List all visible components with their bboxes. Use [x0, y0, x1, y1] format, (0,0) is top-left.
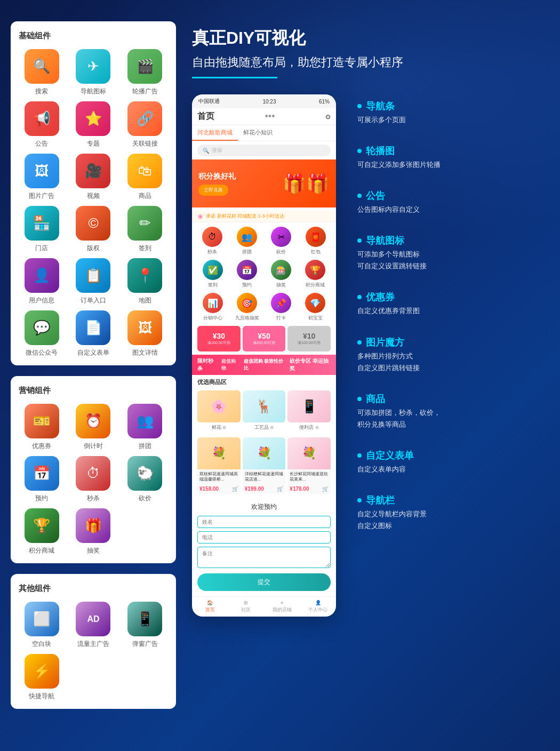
component-popup-ad[interactable]: 📱 弹窗广告 — [122, 602, 168, 649]
component-img-ad[interactable]: 🖼 图片广告 — [19, 154, 65, 201]
flash-icon-label: 秒杀 — [207, 249, 217, 255]
points-mall-label: 积分商城 — [29, 546, 54, 555]
component-imgtext[interactable]: 🖼 图文详情 — [122, 310, 168, 357]
icon-group2[interactable]: 👥 拼团 — [232, 227, 262, 255]
icon-lottery[interactable]: 🎰 抽奖 — [266, 260, 297, 289]
magic-2[interactable]: 📱 便利店 ⊙ — [287, 390, 331, 431]
points-mall-icon-label: 积分商城 — [306, 282, 325, 289]
flash-sale-bar: 限时秒杀 超值购物 超值团购 极致性价比 砍价专区 幸运抽奖 — [192, 355, 336, 375]
bottom-nav-community[interactable]: ⊞ 社区 — [228, 600, 265, 613]
coupon-row: ¥30 满200.00可用 ¥50 满300.00可用 ¥10 满100.00可… — [192, 326, 336, 355]
icon-checkin2[interactable]: 📌 打卡 — [266, 293, 297, 322]
component-group[interactable]: 👥 拼团 — [122, 404, 168, 451]
coupon-1[interactable]: ¥50 满300.00可用 — [243, 326, 286, 351]
cut-icon-label: 砍价 — [276, 249, 286, 255]
ann-6-desc: 可添加拼团，秒杀，砍价， 积分兑换等商品 — [357, 407, 441, 430]
tab-0[interactable]: 河北航歌商城 — [192, 125, 238, 141]
icon-jibao[interactable]: 💎 积宝宝 — [300, 293, 331, 322]
form-submit-button[interactable]: 提交 — [197, 573, 331, 591]
coupon-2[interactable]: ¥10 满100.00可用 — [287, 326, 331, 351]
custom-form-label: 自定义表单 — [77, 348, 109, 357]
bottom-nav-shop[interactable]: ≡ 我的店铺 — [264, 600, 300, 613]
battery: 61% — [319, 99, 330, 105]
form-field-note[interactable] — [197, 547, 331, 568]
component-topic[interactable]: ⭐ 专题 — [70, 101, 117, 148]
icon-grid-lottery[interactable]: 🎯 九宫格抽奖 — [231, 293, 262, 322]
phone-preview-area: 中国联通 10:23 61% 首页 ••• ⊙ 河北航歌商城 鲜花小知识 — [192, 94, 549, 617]
component-carousel[interactable]: 🎬 轮播广告 — [122, 49, 168, 96]
component-traffic-ad[interactable]: AD 流量主广告 — [70, 602, 117, 649]
component-video[interactable]: 🎥 视频 — [70, 154, 117, 201]
time: 10:23 — [262, 99, 276, 105]
magic-0[interactable]: 🌸 鲜花 ⊙ — [197, 390, 241, 431]
component-nav-icon[interactable]: ✈ 导航图标 — [70, 49, 117, 96]
points-mall-icon: 🏆 — [25, 508, 59, 543]
order-icon: 📋 — [76, 258, 110, 293]
form-field-phone[interactable] — [197, 531, 331, 544]
phone-frame: 中国联通 10:23 61% 首页 ••• ⊙ 河北航歌商城 鲜花小知识 — [192, 94, 336, 617]
component-points-mall[interactable]: 🏆 积分商城 — [19, 508, 65, 555]
ann-0-title: 导航条 — [357, 100, 441, 113]
component-product[interactable]: 🛍 商品 — [122, 154, 168, 201]
notice-text: 承诺 新鲜花材·同城配送·1-3小时送达· — [206, 213, 285, 220]
component-wechat[interactable]: 💬 微信公众号 — [19, 310, 65, 357]
product-2[interactable]: 💐 长沙鲜花同城速迎欣花束来... ¥178.00 🛒 — [287, 437, 331, 494]
phone-search[interactable]: 🔍 搜索 — [197, 145, 331, 156]
icon-flash[interactable]: ⏱ 秒杀 — [197, 227, 228, 255]
form-field-name[interactable] — [197, 516, 331, 528]
component-copyright[interactable]: © 版权 — [70, 206, 117, 253]
icon-booking2[interactable]: 📅 预约 — [231, 260, 262, 289]
component-blank[interactable]: ⬜ 空白块 — [19, 602, 65, 649]
component-notice[interactable]: 📢 公告 — [19, 101, 65, 148]
icon-distribute[interactable]: 📊 分销中心 — [197, 293, 228, 322]
magic-1-img: 🦌 — [243, 390, 286, 422]
phone-tabs[interactable]: 河北航歌商城 鲜花小知识 — [192, 125, 336, 141]
icon-points-mall[interactable]: 🏆 积分商城 — [300, 260, 331, 289]
video-icon: 🎥 — [76, 154, 110, 188]
main-container: 基础组件 🔍 搜索 ✈ 导航图标 🎬 轮播广告 📢 公告 — [0, 0, 560, 751]
component-cut-price[interactable]: 🐑 砍价 — [122, 456, 168, 503]
component-flash-sale[interactable]: ⏱ 秒杀 — [70, 456, 117, 503]
component-store[interactable]: 🏪 门店 — [19, 206, 65, 253]
popup-ad-icon: 📱 — [127, 602, 162, 636]
component-countdown[interactable]: ⏰ 倒计时 — [70, 404, 117, 451]
product-0[interactable]: 💐 双枝鲜花速递同城高端温馨搭桥... ¥158.00 🛒 — [197, 437, 241, 494]
icon-cut2[interactable]: ✂ 砍价 — [266, 227, 297, 255]
component-search[interactable]: 🔍 搜索 — [19, 49, 65, 96]
icon-redpacket[interactable]: 🧧 红包 — [301, 227, 331, 255]
product-icon: 🛍 — [127, 154, 162, 188]
component-custom-form[interactable]: 📄 自定义表单 — [70, 310, 117, 357]
bottom-nav-home[interactable]: 🏠 首页 — [192, 600, 228, 613]
cart-icon-0[interactable]: 🛒 — [232, 486, 238, 492]
component-signin[interactable]: ✏ 签到 — [122, 206, 168, 253]
ann-3-desc: 可添加多个导航图标 可自定义设置跳转链接 — [357, 249, 441, 272]
wechat-icon: 💬 — [25, 310, 59, 345]
component-lottery[interactable]: 🎁 抽奖 — [70, 508, 117, 555]
magic-1[interactable]: 🦌 工艺品 ⊙ — [243, 390, 286, 431]
ann-7-dot — [357, 453, 362, 458]
product-1[interactable]: 💐 洋桔梗鲜花速递同城花店迷... ¥199.00 🛒 — [243, 437, 286, 494]
component-link[interactable]: 🔗 关联链接 — [122, 101, 168, 148]
banner-btn[interactable]: 立即兑换 — [198, 185, 228, 196]
component-map[interactable]: 📍 地图 — [122, 258, 168, 305]
tab-1[interactable]: 鲜花小知识 — [238, 125, 278, 141]
camera-icon: ⊙ — [325, 113, 331, 121]
ann-3-dot — [357, 238, 362, 243]
checkin2-icon-label: 打卡 — [276, 315, 286, 322]
bottom-nav-profile[interactable]: 👤 个人中心 — [300, 600, 337, 613]
component-coupon[interactable]: 🎫 优惠券 — [19, 404, 65, 451]
component-order[interactable]: 📋 订单入口 — [70, 258, 117, 305]
coupon-0[interactable]: ¥30 满200.00可用 — [197, 326, 241, 351]
cart-icon-1[interactable]: 🛒 — [277, 486, 283, 492]
topic-label: 专题 — [87, 139, 100, 148]
icon-checkin[interactable]: ✅ 签到 — [197, 260, 228, 289]
component-quick-nav[interactable]: ⚡ 快捷导航 — [19, 654, 65, 701]
ann-0-desc: 可展示多个页面 — [357, 114, 441, 126]
component-booking[interactable]: 📅 预约 — [19, 456, 65, 503]
component-user[interactable]: 👤 用户信息 — [19, 258, 65, 305]
ann-0-dot — [357, 104, 362, 108]
phone-icons-row1: ⏱ 秒杀 👥 拼团 ✂ 砍价 🧧 红包 — [192, 222, 336, 260]
coupon-label: 优惠券 — [32, 442, 51, 451]
cart-icon-2[interactable]: 🛒 — [322, 486, 329, 492]
cut-price-icon: 🐑 — [127, 456, 162, 491]
